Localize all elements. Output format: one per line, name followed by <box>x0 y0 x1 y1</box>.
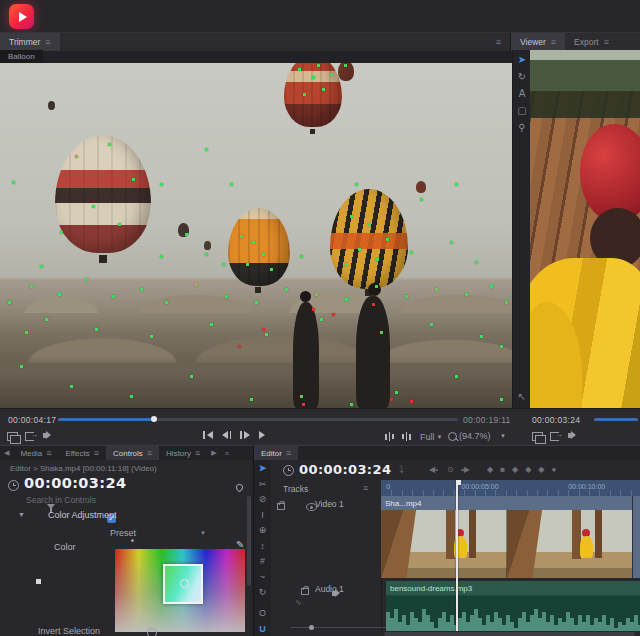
tabs-scroll-left-icon[interactable]: ◀ <box>0 446 13 460</box>
viewer-preview-video[interactable] <box>530 50 640 408</box>
video-clip[interactable]: Sha...mp4 <box>381 496 640 510</box>
search-input[interactable]: Search in Controls <box>26 495 96 505</box>
panel-menu-icon[interactable]: ≡ <box>221 446 233 460</box>
play-button[interactable] <box>259 431 265 439</box>
pin-tool-icon[interactable]: ⚲ <box>518 123 525 133</box>
panel-tab-bar: ◀ Media≡ Effects≡ Controls≡ History≡ ▶ ≡ <box>0 446 252 460</box>
zoom-dropdown-arrow[interactable]: ▼ <box>500 433 506 439</box>
hand-tool-icon[interactable]: ↖ <box>518 392 526 402</box>
speaker-icon[interactable] <box>568 432 572 438</box>
razor-tool-icon[interactable]: ✂ <box>259 479 267 489</box>
transport-controls <box>203 431 265 439</box>
preset-dropdown[interactable]: Preset▼ <box>110 526 206 539</box>
invert-selection-toggle[interactable] <box>147 628 157 636</box>
tracks-menu-icon[interactable]: ≡ <box>363 483 368 493</box>
color-param-label: Color <box>54 542 76 552</box>
tab-viewer[interactable]: Viewer ≡ <box>511 33 565 51</box>
tracking-marker <box>300 395 303 398</box>
panel-menu-icon[interactable]: ≡ <box>487 33 510 51</box>
fit-mode-dropdown[interactable]: Full▼ <box>420 432 442 442</box>
tab-editor[interactable]: Editor≡ <box>254 446 298 460</box>
trimmer-scrub-bar[interactable] <box>58 418 458 421</box>
editor-header: 00:00:03:24 ⤵ ◀• ⊙ •▶ ◆■◆◆◆● <box>271 460 640 481</box>
tab-controls[interactable]: Controls≡ <box>106 446 159 460</box>
step-back-button[interactable] <box>222 431 232 439</box>
snap-tool-icon[interactable]: # <box>260 556 265 566</box>
balloon-distant-3 <box>416 181 426 193</box>
color-picker-area[interactable] <box>115 549 245 632</box>
audio-waveform-icon[interactable]: ∿ <box>295 598 302 607</box>
clip-tab-balloon[interactable]: Balloon <box>0 50 43 63</box>
tab-effects[interactable]: Effects≡ <box>58 446 106 460</box>
prev-keyframe-icon[interactable]: ◀• <box>429 465 438 474</box>
loop-icon[interactable] <box>7 432 18 441</box>
export-frame-icon[interactable] <box>25 432 34 441</box>
rotate-tool-icon[interactable]: ↻ <box>259 587 267 597</box>
keyframe-type-icons[interactable]: ◆■◆◆◆● <box>487 465 563 474</box>
lock-icon[interactable] <box>277 503 285 510</box>
viewer-transport-bar: 00:00:03:24 <box>512 408 640 446</box>
tab-history[interactable]: History≡ <box>159 446 207 460</box>
color-selection-box[interactable] <box>163 564 203 604</box>
text-tool-icon[interactable]: I <box>261 510 264 520</box>
text-tool-icon[interactable]: A <box>519 89 526 99</box>
trimmer-current-time: 00:00:04:17 <box>8 415 56 425</box>
link-tool-icon[interactable]: ⊘ <box>259 494 267 504</box>
zoom-level-dropdown[interactable]: (94.7%) <box>448 431 491 441</box>
tab-export[interactable]: Export ≡ <box>565 33 618 51</box>
top-bar <box>0 0 640 32</box>
app-logo-icon[interactable] <box>9 4 34 29</box>
add-keyframe-icon[interactable]: ⊙ <box>447 465 454 474</box>
speaker-icon[interactable] <box>43 432 47 438</box>
audio-clip[interactable]: bensound-dreams.mp3 <box>386 581 640 595</box>
step-forward-button[interactable] <box>240 431 250 439</box>
next-keyframe-icon[interactable]: •▶ <box>461 465 470 474</box>
curve-tool-icon[interactable]: ~ <box>260 572 265 582</box>
lock-icon[interactable] <box>301 588 309 595</box>
tab-media[interactable]: Media≡ <box>13 446 58 460</box>
balloon-distant-2 <box>204 241 211 250</box>
overwrite-icon[interactable]: ⤵ <box>399 464 404 475</box>
tab-menu-icon[interactable]: ≡ <box>604 37 609 47</box>
go-to-start-button[interactable] <box>203 431 213 439</box>
loop-icon[interactable] <box>532 432 543 441</box>
timeline-scrollbar[interactable] <box>384 632 635 636</box>
tracking-marker <box>140 288 143 291</box>
o-tool-icon[interactable]: O <box>259 608 266 618</box>
timeline-zoom-slider[interactable] <box>291 625 391 631</box>
editor-timecode[interactable]: 00:00:03:24 <box>299 462 391 477</box>
rotate-tool-icon[interactable]: ↻ <box>518 72 526 82</box>
tracking-marker <box>255 301 258 304</box>
tab-editor-label: Editor <box>261 449 282 458</box>
trimmer-preview-video[interactable] <box>0 63 512 408</box>
tab-controls-label: Controls <box>113 449 143 458</box>
timeline-area[interactable]: 000:00:05:0000:00:10:00 Sha...mp4 bensou… <box>381 480 640 631</box>
select-tool-icon[interactable]: ➤ <box>259 463 267 473</box>
controls-panel: ◀ Media≡ Effects≡ Controls≡ History≡ ▶ ≡… <box>0 445 252 636</box>
shape-tool-icon[interactable]: ▢ <box>517 106 526 116</box>
controls-timecode[interactable]: 00:00:03:24 <box>24 475 127 491</box>
tabs-scroll-right-icon[interactable]: ▶ <box>207 446 220 460</box>
viewer-scrub-bar[interactable] <box>594 418 638 421</box>
second-video-clip[interactable] <box>632 496 640 578</box>
export-frame-icon[interactable] <box>550 432 559 441</box>
section-collapse-icon[interactable]: ▼ <box>18 511 25 518</box>
timeline-ruler[interactable]: 000:00:05:0000:00:10:00 <box>381 480 640 496</box>
ripple-tool-icon[interactable]: ↕ <box>260 541 265 551</box>
select-tool-icon[interactable]: ➤ <box>518 55 526 65</box>
editor-panel: Editor≡ ➤ ✂ ⊘ I ⊕ ↕ # ~ ↻ O U 00:00:03:2… <box>253 445 640 636</box>
pin-icon[interactable] <box>234 483 244 493</box>
timeline-playhead[interactable] <box>456 480 458 631</box>
viewer-toolbar: ➤ ↻ A ▢ ⚲ ↖ <box>512 50 531 450</box>
tab-trimmer[interactable]: Trimmer ≡ <box>0 33 60 51</box>
mark-out-icon[interactable] <box>402 432 411 441</box>
playhead-handle[interactable] <box>151 416 157 422</box>
editor-toolbar: ➤ ✂ ⊘ I ⊕ ↕ # ~ ↻ O U <box>254 460 271 636</box>
mark-in-icon[interactable] <box>385 432 394 441</box>
tab-menu-icon[interactable]: ≡ <box>45 37 50 47</box>
controls-scrollbar[interactable] <box>247 496 251 586</box>
slider-handle[interactable] <box>36 579 41 584</box>
move-tool-icon[interactable]: ⊕ <box>259 525 267 535</box>
tab-menu-icon[interactable]: ≡ <box>551 37 556 47</box>
u-tool-icon[interactable]: U <box>259 624 266 634</box>
